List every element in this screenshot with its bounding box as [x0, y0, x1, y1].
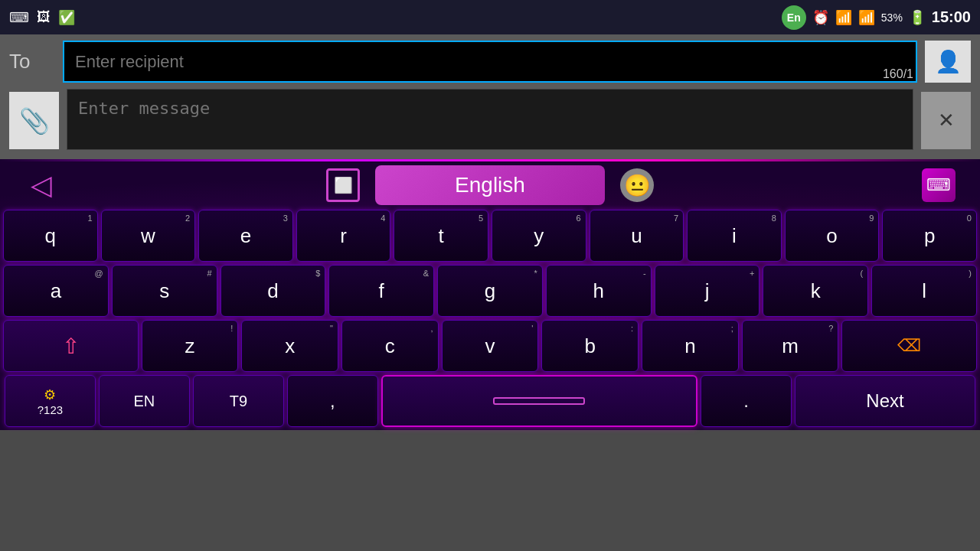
key-e-secondary: 3	[283, 214, 288, 223]
key-w-secondary: 2	[185, 214, 190, 223]
key-m[interactable]: ? m	[742, 320, 839, 372]
clipboard-button[interactable]: ⬜	[326, 168, 360, 202]
shift-key[interactable]: ⇧	[3, 320, 139, 372]
key-l-primary: l	[922, 279, 926, 303]
next-key-label: Next	[866, 390, 903, 412]
recipient-input[interactable]	[63, 41, 917, 83]
shift-icon: ⇧	[62, 334, 80, 359]
keyboard-layout-icon: ⌨	[922, 168, 956, 202]
clock: 15:00	[932, 8, 971, 26]
key-d[interactable]: $ d	[220, 265, 326, 317]
key-o-secondary: 9	[869, 214, 874, 223]
period-key[interactable]: .	[701, 375, 792, 427]
key-n[interactable]: ; n	[642, 320, 739, 372]
key-q-secondary: 1	[88, 214, 93, 223]
key-g[interactable]: * g	[437, 265, 543, 317]
key-e[interactable]: 3 e	[198, 210, 293, 262]
key-r-secondary: 4	[381, 214, 385, 223]
key-y[interactable]: 6 y	[492, 210, 586, 262]
key-r[interactable]: 4 r	[296, 210, 391, 262]
next-key[interactable]: Next	[795, 375, 975, 427]
key-q-primary: q	[45, 224, 56, 248]
attach-button[interactable]: 📎	[9, 92, 59, 149]
key-x-secondary: "	[330, 324, 333, 333]
key-k[interactable]: ( k	[763, 265, 868, 317]
t9-key-label: T9	[230, 393, 247, 410]
keyboard-toolbar: ◁ ⬜ English 😐 ⌨	[3, 165, 977, 205]
language-key[interactable]: EN	[99, 375, 190, 427]
key-b-primary: b	[584, 334, 595, 358]
contact-icon: 👤	[935, 49, 962, 74]
t9-key[interactable]: T9	[193, 375, 284, 427]
delete-icon: ✕	[938, 109, 955, 132]
key-q[interactable]: 1 q	[3, 210, 98, 262]
key-l[interactable]: ) l	[871, 265, 977, 317]
key-f[interactable]: & f	[328, 265, 434, 317]
contact-picker-button[interactable]: 👤	[925, 41, 971, 83]
message-input[interactable]	[67, 89, 913, 150]
key-d-secondary: $	[315, 269, 320, 278]
delete-message-button[interactable]: ✕	[921, 92, 971, 149]
key-z[interactable]: ! z	[142, 320, 239, 372]
keyboard-layout-button[interactable]: ⌨	[922, 168, 956, 202]
keyboard-row-2: @ a # s $ d & f * g - h + j ( k	[3, 265, 977, 317]
character-counter: 160/1	[883, 67, 913, 81]
comma-label: ,	[330, 390, 335, 412]
key-t[interactable]: 5 t	[394, 210, 488, 262]
key-s-primary: s	[159, 279, 169, 303]
key-x[interactable]: " x	[241, 320, 338, 372]
keyboard-row-3: ⇧ ! z " x , c ' v : b ; n ? m	[3, 320, 977, 372]
paperclip-icon: 📎	[19, 106, 50, 135]
key-s[interactable]: # s	[112, 265, 217, 317]
key-p[interactable]: 0 p	[882, 210, 977, 262]
key-c-secondary: ,	[431, 324, 433, 333]
signal-icon: 📶	[858, 9, 875, 26]
key-u[interactable]: 7 u	[590, 210, 684, 262]
key-b[interactable]: : b	[541, 320, 639, 372]
key-o[interactable]: 9 o	[785, 210, 880, 262]
key-o-primary: o	[826, 224, 837, 248]
backspace-key[interactable]: ⌫	[841, 320, 977, 372]
back-arrow-icon: ◁	[31, 169, 52, 201]
key-a[interactable]: @ a	[3, 265, 109, 317]
message-row: 📎 160/1 ✕	[9, 89, 971, 153]
key-v-primary: v	[485, 334, 495, 358]
key-j-primary: j	[705, 279, 710, 303]
language-button[interactable]: English	[375, 165, 605, 205]
key-i-secondary: 8	[772, 214, 776, 223]
wifi-icon: 📶	[835, 9, 852, 26]
key-f-primary: f	[379, 279, 384, 303]
key-w[interactable]: 2 w	[101, 210, 196, 262]
key-h[interactable]: - h	[546, 265, 652, 317]
keyboard-icon: ⌨	[9, 9, 29, 26]
key-h-primary: h	[593, 279, 604, 303]
language-badge: En	[782, 5, 806, 30]
key-v[interactable]: ' v	[442, 320, 539, 372]
gear-icon: ⚙	[44, 386, 56, 403]
toolbar-center: ⬜ English 😐	[72, 165, 908, 205]
message-input-wrap: 160/1	[67, 89, 913, 153]
key-y-secondary: 6	[576, 214, 580, 223]
key-y-primary: y	[534, 224, 544, 248]
key-t-primary: t	[439, 224, 444, 248]
settings-key[interactable]: ⚙ ?123	[5, 375, 96, 427]
comma-key[interactable]: ,	[287, 375, 378, 427]
key-m-primary: m	[782, 334, 799, 358]
space-key[interactable]	[381, 375, 697, 427]
key-i[interactable]: 8 i	[687, 210, 782, 262]
key-d-primary: d	[267, 279, 278, 303]
key-x-primary: x	[285, 334, 295, 358]
key-a-secondary: @	[95, 269, 103, 278]
key-j-secondary: +	[750, 269, 754, 278]
key-z-secondary: !	[230, 324, 233, 333]
key-t-secondary: 5	[479, 214, 483, 223]
key-m-secondary: ?	[828, 324, 833, 333]
key-c[interactable]: , c	[341, 320, 439, 372]
space-bar-visual	[493, 397, 585, 405]
key-u-secondary: 7	[674, 214, 678, 223]
alarm-icon: ⏰	[812, 9, 829, 26]
key-l-secondary: )	[969, 269, 972, 278]
key-j[interactable]: + j	[655, 265, 760, 317]
emoji-button[interactable]: 😐	[620, 168, 654, 202]
back-arrow-button[interactable]: ◁	[31, 169, 52, 201]
